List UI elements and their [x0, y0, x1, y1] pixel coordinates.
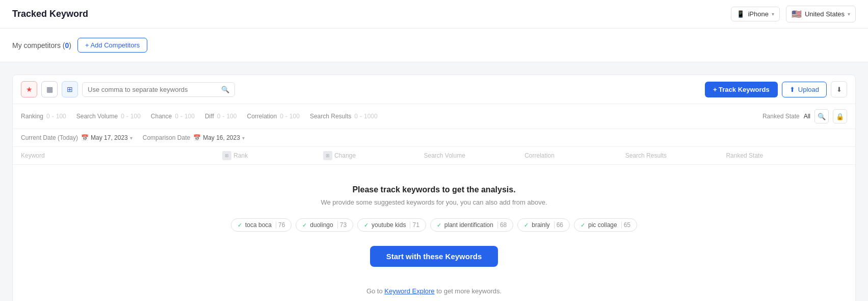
country-selector[interactable]: 🇺🇸 United States ▾ — [786, 6, 856, 22]
keyword-chip[interactable]: ✓ toca boca 76 — [231, 218, 292, 232]
col-search-volume: Search Volume — [424, 151, 525, 160]
calendar-icon-current: 📅 — [81, 134, 89, 141]
keyword-score: 76 — [276, 221, 285, 229]
keyword-label: youtube kids — [372, 221, 406, 229]
rank-sort-icon[interactable]: ⊞ — [222, 151, 231, 160]
upload-icon: ⬆ — [790, 86, 795, 93]
chance-label: Chance — [151, 113, 172, 120]
keyword-label: plant identification — [444, 221, 493, 229]
main-content: ★ ▦ ⊞ 🔍 + Track Keywords ⬆ Upload ⬇ Rank… — [0, 62, 868, 301]
comparison-date-arrow: ▾ — [242, 135, 245, 141]
keyword-explore-link[interactable]: Keyword Explore — [384, 287, 434, 295]
keyword-label: brainly — [532, 221, 549, 229]
grid-filter-button[interactable]: ▦ — [41, 81, 58, 97]
comparison-date-label: Comparison Date — [143, 134, 190, 141]
col-correlation: Correlation — [524, 151, 625, 160]
col-search-results: Search Results — [625, 151, 726, 160]
keyword-score: 68 — [497, 221, 507, 229]
chance-filter: Chance 0 - 100 — [151, 113, 195, 120]
check-icon: ✓ — [581, 222, 585, 229]
explore-text: Go to Keyword Explore to get more keywor… — [23, 287, 845, 295]
current-date-group: Current Date (Today) 📅 May 17, 2023 ▾ — [21, 134, 133, 141]
correlation-range: 0 - 100 — [280, 113, 300, 120]
ranking-max: 100 — [56, 113, 66, 120]
suggested-keywords-list: ✓ toca boca 76✓ duolingo 73✓ youtube kid… — [23, 218, 845, 232]
track-keywords-button[interactable]: + Track Keywords — [705, 82, 778, 97]
device-selector[interactable]: 📱 iPhone ▾ — [731, 7, 779, 21]
check-icon: ✓ — [524, 222, 529, 229]
country-label: United States — [805, 10, 845, 18]
col-keyword: Keyword — [21, 151, 222, 160]
toolbar: ★ ▦ ⊞ 🔍 + Track Keywords ⬆ Upload ⬇ — [13, 75, 855, 104]
comparison-date-group: Comparison Date 📅 May 16, 2023 ▾ — [143, 134, 245, 141]
ranked-state-value: All — [804, 113, 810, 120]
ranking-range: 0 - 100 — [46, 113, 66, 120]
change-sort-icon[interactable]: ⊞ — [323, 151, 332, 160]
check-icon: ✓ — [364, 222, 369, 229]
keyword-label: duolingo — [310, 221, 333, 229]
current-date-arrow: ▾ — [130, 135, 133, 141]
search-results-range: 0 - 1000 — [354, 113, 377, 120]
col-ranked-state: Ranked State — [726, 151, 827, 160]
search-volume-range: 0 - 100 — [121, 113, 141, 120]
download-button[interactable]: ⬇ — [831, 81, 847, 97]
search-volume-label: Search Volume — [76, 113, 118, 120]
empty-state: Please track keywords to get the analysi… — [13, 165, 855, 301]
empty-state-subtitle: We provide some suggested keywords for y… — [23, 198, 845, 206]
competitors-bar: My competitors (0) + Add Competitors — [0, 29, 868, 62]
keyword-search-input[interactable] — [88, 86, 218, 93]
keyword-score: 71 — [410, 221, 419, 229]
search-icon: 🔍 — [221, 86, 229, 93]
keyword-chip[interactable]: ✓ brainly 66 — [517, 218, 570, 232]
phone-icon: 📱 — [737, 10, 745, 18]
keyword-label: toca boca — [245, 221, 272, 229]
check-icon: ✓ — [302, 222, 307, 229]
calendar-icon-comparison: 📅 — [193, 134, 201, 141]
keyword-score: 65 — [621, 221, 630, 229]
keyword-chip[interactable]: ✓ duolingo 73 — [296, 218, 353, 232]
diff-label: Diff — [205, 113, 214, 120]
chance-range: 0 - 100 — [175, 113, 195, 120]
keyword-label: pic collage — [588, 221, 617, 229]
current-date-value: May 17, 2023 — [91, 134, 128, 141]
country-flag: 🇺🇸 — [792, 9, 802, 19]
col-rank: ⊞ Rank — [222, 151, 323, 160]
start-with-keywords-button[interactable]: Start with these Keywords — [370, 246, 498, 267]
current-date-label: Current Date (Today) — [21, 134, 78, 141]
correlation-filter: Correlation 0 - 100 — [247, 113, 299, 120]
competitors-label: My competitors (0) — [12, 41, 71, 49]
ranking-filter: Ranking 0 - 100 — [21, 113, 66, 120]
ranked-lock-btn[interactable]: 🔒 — [833, 109, 847, 123]
ranked-state-label: Ranked State — [762, 113, 800, 120]
current-date-selector[interactable]: 📅 May 17, 2023 ▾ — [81, 134, 133, 141]
col-actions — [827, 151, 847, 160]
star-filter-button[interactable]: ★ — [21, 81, 37, 97]
ranked-state-filter: Ranked State All 🔍 🔒 — [762, 109, 847, 123]
keyword-chip[interactable]: ✓ pic collage 65 — [574, 218, 637, 232]
page-title: Tracked Keyword — [12, 9, 88, 19]
keyword-chip[interactable]: ✓ plant identification 68 — [430, 218, 513, 232]
table-header: Keyword ⊞ Rank ⊞ Change Search Volume Co… — [13, 147, 855, 165]
correlation-label: Correlation — [247, 113, 277, 120]
device-label: iPhone — [748, 10, 768, 18]
ranking-min: 0 — [46, 113, 50, 120]
keyword-score: 66 — [554, 221, 563, 229]
diff-range: 0 - 100 — [217, 113, 237, 120]
toolbar-right: + Track Keywords ⬆ Upload ⬇ — [705, 81, 847, 97]
check-icon: ✓ — [437, 222, 441, 229]
header: Tracked Keyword 📱 iPhone ▾ 🇺🇸 United Sta… — [0, 0, 868, 29]
keyword-chip[interactable]: ✓ youtube kids 71 — [357, 218, 426, 232]
search-volume-filter: Search Volume 0 - 100 — [76, 113, 141, 120]
filter-button[interactable]: ⊞ — [62, 81, 78, 97]
competitors-count: 0 — [65, 41, 69, 49]
keyword-tracker-panel: ★ ▦ ⊞ 🔍 + Track Keywords ⬆ Upload ⬇ Rank… — [12, 74, 856, 301]
upload-button[interactable]: ⬆ Upload — [782, 82, 827, 97]
search-results-filter: Search Results 0 - 1000 — [310, 113, 378, 120]
country-dropdown-arrow: ▾ — [848, 11, 850, 17]
comparison-date-selector[interactable]: 📅 May 16, 2023 ▾ — [193, 134, 245, 141]
col-change: ⊞ Change — [323, 151, 424, 160]
add-competitors-button[interactable]: + Add Competitors — [77, 38, 147, 53]
ranked-search-btn[interactable]: 🔍 — [814, 109, 829, 123]
keyword-score: 73 — [337, 221, 347, 229]
check-icon: ✓ — [238, 222, 242, 229]
